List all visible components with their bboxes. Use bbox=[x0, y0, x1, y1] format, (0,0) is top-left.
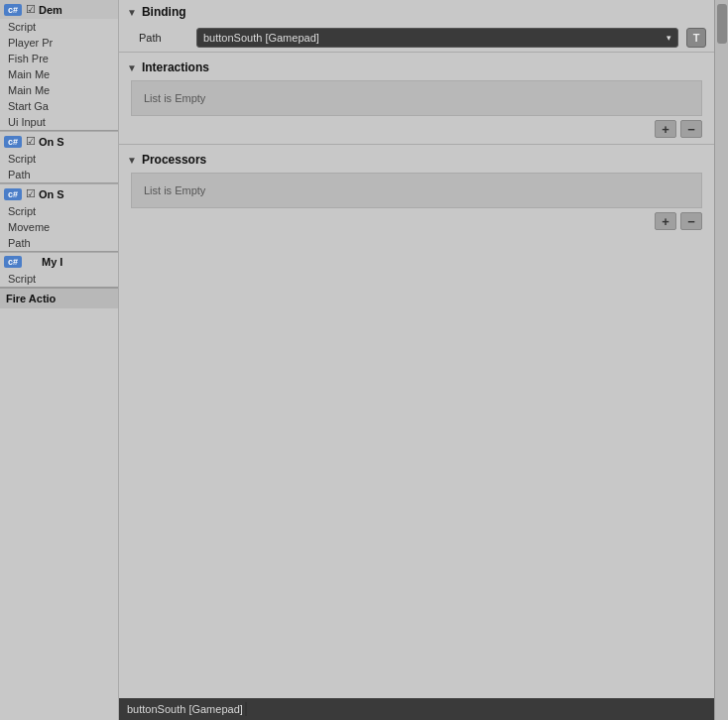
path-dropdown[interactable]: buttonSouth [Gamepad] ▾ bbox=[196, 28, 678, 48]
checkbox-demo[interactable]: ☑ bbox=[26, 3, 36, 16]
sidebar-label-myi: My I bbox=[42, 256, 62, 268]
interactions-add-button[interactable]: + bbox=[655, 120, 676, 138]
sidebar-sub-path-on2: Path bbox=[0, 235, 118, 251]
sidebar-group-demo: c# ☑ Dem Script Player Pr Fish Pre Main … bbox=[0, 0, 118, 131]
status-text: buttonSouth [Gamepad] bbox=[127, 703, 243, 715]
sidebar-group-myi: c# My I Script bbox=[0, 252, 118, 288]
sidebar-group-myi-header[interactable]: c# My I bbox=[0, 253, 118, 271]
sidebar-label-on1: On S bbox=[39, 136, 64, 148]
cursor-icon bbox=[245, 702, 247, 716]
cs-badge-demo: c# bbox=[4, 4, 22, 16]
sidebar-group-on1: c# ☑ On S Script Path bbox=[0, 131, 118, 183]
processors-empty-list: List is Empty bbox=[131, 173, 702, 208]
path-label: Path bbox=[139, 32, 188, 44]
fire-action-row[interactable]: Fire Actio bbox=[0, 288, 118, 308]
interactions-add-remove-row: + − bbox=[119, 118, 714, 140]
sidebar-group-on2: c# ☑ On S Script Moveme Path bbox=[0, 183, 118, 252]
dropdown-arrow-icon: ▾ bbox=[667, 33, 671, 43]
sidebar-sub-mainme1: Main Me bbox=[0, 66, 118, 82]
fire-action-label: Fire Actio bbox=[6, 293, 56, 304]
cs-badge-myi: c# bbox=[4, 256, 22, 268]
sidebar-sub-script-on2: Script bbox=[0, 203, 118, 219]
sidebar-group-on2-header[interactable]: c# ☑ On S bbox=[0, 184, 118, 203]
sidebar-sub-moveme: Moveme bbox=[0, 219, 118, 235]
sidebar-group-on1-header[interactable]: c# ☑ On S bbox=[0, 132, 118, 151]
main-spacer bbox=[119, 236, 714, 698]
scrollbar-right[interactable] bbox=[714, 0, 728, 720]
bottom-status-bar: buttonSouth [Gamepad] bbox=[119, 698, 714, 720]
scrollbar-thumb[interactable] bbox=[717, 4, 727, 44]
binding-triangle-icon: ▼ bbox=[127, 7, 137, 18]
t-button[interactable]: T bbox=[686, 28, 706, 48]
sidebar-sub-script-on1: Script bbox=[0, 151, 118, 167]
binding-title: Binding bbox=[142, 5, 186, 19]
interactions-empty-label: List is Empty bbox=[144, 92, 205, 104]
processors-section: ▼ Processors List is Empty + − bbox=[119, 149, 714, 232]
interactions-title: Interactions bbox=[142, 60, 209, 74]
binding-section-header[interactable]: ▼ Binding bbox=[119, 0, 714, 24]
sidebar-sub-startga: Start Ga bbox=[0, 98, 118, 114]
cs-badge-on1: c# bbox=[4, 136, 22, 148]
checkbox-on2[interactable]: ☑ bbox=[26, 187, 36, 200]
sidebar-sub-player: Player Pr bbox=[0, 35, 118, 51]
path-row: Path buttonSouth [Gamepad] ▾ T bbox=[119, 24, 714, 52]
sidebar-group-demo-header[interactable]: c# ☑ Dem bbox=[0, 0, 118, 19]
sidebar-sub-fish: Fish Pre bbox=[0, 51, 118, 66]
checkbox-on1[interactable]: ☑ bbox=[26, 135, 36, 148]
sidebar-sub-path-on1: Path bbox=[0, 167, 118, 182]
binding-section: ▼ Binding Path buttonSouth [Gamepad] ▾ T bbox=[119, 0, 714, 52]
processors-triangle-icon: ▼ bbox=[127, 155, 137, 166]
sidebar-sub-script-demo: Script bbox=[0, 19, 118, 35]
main-content: ▼ Binding Path buttonSouth [Gamepad] ▾ T… bbox=[119, 0, 714, 720]
sidebar-sub-script-myi: Script bbox=[0, 271, 118, 287]
interactions-section: ▼ Interactions List is Empty + − bbox=[119, 57, 714, 140]
interactions-header[interactable]: ▼ Interactions bbox=[119, 57, 714, 78]
sidebar: c# ☑ Dem Script Player Pr Fish Pre Main … bbox=[0, 0, 119, 720]
sidebar-sub-uiinput: Ui Input bbox=[0, 114, 118, 130]
processors-add-button[interactable]: + bbox=[655, 212, 676, 230]
sidebar-sub-mainme2: Main Me bbox=[0, 82, 118, 98]
processors-title: Processors bbox=[142, 153, 206, 167]
interactions-triangle-icon: ▼ bbox=[127, 62, 137, 73]
processors-add-remove-row: + − bbox=[119, 210, 714, 232]
path-value: buttonSouth [Gamepad] bbox=[203, 32, 319, 44]
sidebar-label-demo: Dem bbox=[39, 4, 62, 16]
processors-empty-label: List is Empty bbox=[144, 184, 205, 196]
processors-header[interactable]: ▼ Processors bbox=[119, 149, 714, 171]
interactions-empty-list: List is Empty bbox=[131, 80, 702, 116]
interactions-remove-button[interactable]: − bbox=[680, 120, 702, 138]
sidebar-label-on2: On S bbox=[39, 188, 64, 200]
processors-remove-button[interactable]: − bbox=[680, 212, 702, 230]
cs-badge-on2: c# bbox=[4, 188, 22, 200]
